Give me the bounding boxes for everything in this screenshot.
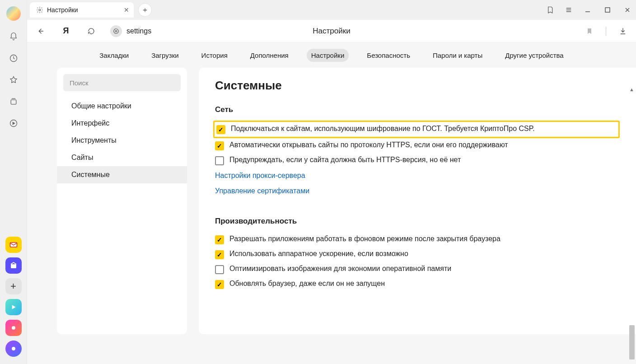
top-menu-item[interactable]: Настройки	[307, 49, 349, 62]
window-maximize[interactable]	[603, 5, 613, 15]
option-label: Подключаться к сайтам, использующим шифр…	[231, 125, 535, 133]
option-label: Оптимизировать изображения для экономии …	[229, 265, 451, 273]
option-row: Обновлять браузер, даже если он не запущ…	[215, 277, 620, 292]
tabstrip: Настройки ✕ ＋	[27, 0, 636, 20]
close-icon[interactable]: ✕	[124, 6, 129, 14]
option-row: Оптимизировать изображения для экономии …	[215, 262, 620, 277]
option-label: Автоматически открывать сайты по протоко…	[229, 141, 508, 149]
top-menu-item[interactable]: Закладки	[95, 49, 133, 62]
downloads-icon[interactable]	[619, 27, 627, 35]
os-sidebar: +	[0, 0, 27, 364]
section-performance-title: Производительность	[215, 217, 620, 226]
proxy-link[interactable]: Настройки прокси-сервера	[215, 172, 305, 180]
address-text[interactable]: settings	[126, 27, 151, 35]
gear-icon	[36, 6, 43, 14]
option-label: Обновлять браузер, даже если он не запущ…	[229, 280, 385, 288]
search-input[interactable]	[63, 74, 181, 91]
svg-point-6	[12, 347, 15, 350]
checkbox[interactable]	[215, 235, 224, 244]
svg-rect-9	[605, 8, 610, 12]
option-row: Автоматически открывать сайты по протоко…	[215, 138, 620, 153]
tile-add[interactable]: +	[5, 278, 22, 294]
bookmarks-button[interactable]	[547, 6, 555, 14]
option-label: Использовать аппаратное ускорение, если …	[229, 250, 408, 258]
option-row: Разрешать приложениям работать в фоновом…	[215, 232, 620, 247]
sidebar-item[interactable]: Интерфейс	[57, 115, 187, 132]
checkbox[interactable]	[215, 141, 224, 150]
top-menu-item[interactable]: Дополнения	[246, 49, 293, 62]
reload-button[interactable]	[85, 25, 98, 37]
checkbox[interactable]	[216, 125, 225, 134]
svg-rect-1	[11, 100, 16, 104]
tab-settings[interactable]: Настройки ✕	[30, 2, 134, 18]
site-icon[interactable]	[110, 25, 122, 37]
option-label: Предупреждать, если у сайта должна быть …	[229, 156, 461, 164]
sidebar-item[interactable]: Сайты	[57, 149, 187, 166]
settings-content: Системные Сеть Подключаться к сайтам, ис…	[199, 68, 636, 334]
settings-top-menu: ЗакладкиЗагрузкиИсторияДополненияНастрой…	[27, 42, 636, 68]
menu-button[interactable]	[565, 6, 573, 14]
back-button[interactable]	[34, 25, 47, 37]
scroll-thumb[interactable]	[629, 325, 635, 359]
tile-package[interactable]	[5, 257, 22, 274]
section-network-title: Сеть	[215, 105, 620, 114]
checkbox[interactable]	[215, 265, 224, 274]
tile-alice[interactable]	[5, 341, 22, 357]
svg-point-10	[114, 28, 119, 33]
history-icon[interactable]	[8, 52, 19, 64]
toolbar: Я settings Настройки	[27, 20, 636, 42]
tile-mail[interactable]	[5, 237, 22, 253]
scroll-up-arrow[interactable]: ▲	[629, 87, 634, 92]
window-close[interactable]	[622, 5, 632, 15]
top-menu-item[interactable]: Пароли и карты	[428, 49, 487, 62]
checkbox[interactable]	[215, 250, 224, 259]
checkbox[interactable]	[215, 280, 224, 289]
yandex-icon[interactable]: Я	[60, 25, 72, 37]
favorites-icon[interactable]	[8, 74, 19, 86]
option-row: Использовать аппаратное ускорение, если …	[215, 247, 620, 262]
option-row: Предупреждать, если у сайта должна быть …	[215, 153, 620, 168]
tile-play[interactable]	[5, 299, 22, 315]
svg-point-7	[39, 9, 41, 11]
checkbox[interactable]	[215, 156, 224, 165]
sidebar-item[interactable]: Инструменты	[57, 132, 187, 149]
media-icon[interactable]	[8, 117, 19, 129]
new-tab-button[interactable]: ＋	[138, 3, 152, 17]
settings-heading: Системные	[215, 79, 620, 93]
option-row: Подключаться к сайтам, использующим шифр…	[213, 121, 620, 138]
top-menu-item[interactable]: История	[197, 49, 232, 62]
avatar[interactable]	[6, 6, 21, 21]
notifications-icon[interactable]	[8, 31, 19, 42]
collections-icon[interactable]	[8, 96, 19, 107]
top-menu-item[interactable]: Другие устройства	[500, 49, 568, 62]
sidebar-item[interactable]: Общие настройки	[57, 98, 187, 115]
tab-title: Настройки	[47, 6, 78, 14]
top-menu-item[interactable]: Загрузки	[147, 49, 183, 62]
option-label: Разрешать приложениям работать в фоновом…	[229, 235, 500, 243]
svg-rect-4	[11, 264, 16, 268]
page-title: Настройки	[313, 27, 350, 36]
sidebar-item[interactable]: Системные	[57, 166, 187, 183]
svg-point-5	[12, 326, 15, 330]
separator	[606, 27, 606, 36]
scrollbar[interactable]: ▲	[629, 87, 635, 363]
tile-fire[interactable]	[5, 320, 22, 336]
settings-sidebar: Общие настройкиИнтерфейсИнструментыСайты…	[57, 68, 187, 334]
top-menu-item[interactable]: Безопасность	[362, 49, 415, 62]
certificates-link[interactable]: Управление сертификатами	[215, 187, 309, 195]
bookmark-icon[interactable]	[586, 27, 593, 35]
window-minimize[interactable]	[583, 5, 593, 15]
